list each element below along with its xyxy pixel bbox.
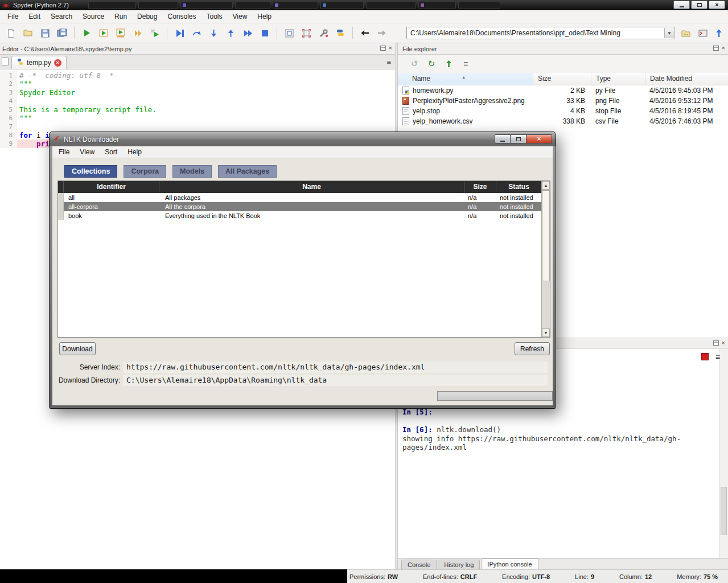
menu-search[interactable]: Search	[46, 11, 77, 22]
column-header-size[interactable]: Size	[464, 181, 496, 193]
next-directory-icon[interactable]: ↻	[426, 59, 437, 69]
step-return-icon[interactable]	[223, 26, 238, 40]
taskbar-window-button[interactable]	[458, 2, 500, 9]
column-header-identifier[interactable]: Identifier	[64, 181, 159, 193]
column-header-status[interactable]: Status	[496, 181, 541, 193]
python-path-icon[interactable]	[333, 26, 348, 40]
dialog-menu-file[interactable]: File	[54, 148, 75, 156]
menu-file[interactable]: File	[2, 11, 23, 22]
column-header-size[interactable]: Size	[533, 73, 591, 85]
package-row[interactable]: bookEverything used in the NLTK Bookn/an…	[58, 211, 541, 220]
previous-directory-icon[interactable]: ↺	[409, 59, 419, 69]
menu-view[interactable]: View	[228, 11, 253, 22]
debug-icon[interactable]	[172, 26, 187, 40]
console-scrollbar[interactable]	[719, 349, 728, 558]
set-console-directory-icon[interactable]	[696, 26, 710, 41]
run-icon[interactable]	[79, 26, 94, 40]
console-tab-history-log[interactable]: History log	[438, 560, 480, 569]
step-into-icon[interactable]	[206, 26, 221, 40]
editor-tab-temp-py[interactable]: temp.py ×	[11, 56, 67, 69]
taskbar-window-button[interactable]	[418, 2, 456, 9]
file-row[interactable]: PerplexityPlotFasterAggressive2.png33 KB…	[398, 96, 728, 106]
dialog-menu-view[interactable]: View	[75, 148, 100, 156]
dialog-menu-help[interactable]: Help	[122, 148, 147, 156]
menu-run[interactable]: Run	[109, 11, 132, 22]
menu-help[interactable]: Help	[252, 11, 277, 22]
dialog-tab-collections[interactable]: Collections	[64, 165, 117, 178]
close-button[interactable]: ×	[709, 1, 725, 9]
open-file-icon[interactable]	[20, 26, 35, 40]
dialog-tab-models[interactable]: Models	[172, 165, 212, 178]
browse-directory-icon[interactable]	[678, 26, 693, 41]
download-directory-field[interactable]: C:\Users\Alemaire18\AppData\Roaming\nltk…	[123, 375, 548, 386]
browse-tabs-icon[interactable]: ≡	[386, 58, 391, 67]
column-header-name[interactable]: Name ▴	[398, 73, 533, 85]
refresh-button[interactable]: Refresh	[515, 342, 550, 355]
menu-debug[interactable]: Debug	[132, 11, 162, 22]
menu-tools[interactable]: Tools	[201, 11, 228, 22]
file-row[interactable]: yelp_homework.csv338 KBcsv File4/5/2016 …	[398, 116, 728, 126]
interrupt-kernel-icon[interactable]	[701, 353, 709, 360]
scroll-down-icon[interactable]: ▼	[542, 329, 550, 337]
minimize-button[interactable]	[673, 1, 690, 9]
console-tab-console[interactable]: Console	[401, 560, 437, 569]
dialog-close-button[interactable]: ×	[527, 134, 552, 143]
maximize-button[interactable]	[691, 1, 708, 9]
stop-debug-icon[interactable]	[257, 26, 272, 40]
download-button[interactable]: Download	[59, 342, 96, 355]
nav-back-icon[interactable]	[357, 26, 372, 40]
scrollbar-thumb[interactable]	[721, 487, 727, 535]
undock-pane-icon[interactable]	[380, 46, 386, 51]
package-row[interactable]: allAll packagesn/anot installed	[58, 193, 541, 202]
run-cell-advance-icon[interactable]	[113, 26, 128, 40]
menu-consoles[interactable]: Consoles	[162, 11, 201, 22]
save-all-icon[interactable]	[55, 26, 69, 40]
new-file-icon[interactable]	[3, 26, 18, 40]
dialog-menu-sort[interactable]: Sort	[100, 148, 122, 156]
dialog-scrollbar[interactable]: ▲ ▼	[541, 181, 550, 337]
file-row[interactable]: homework.py2 KBpy File4/5/2016 9:45:03 P…	[398, 85, 728, 96]
package-row[interactable]: all-corporaAll the corporan/anot install…	[58, 202, 541, 211]
menu-edit[interactable]: Edit	[23, 11, 46, 22]
undock-pane-icon[interactable]	[713, 46, 719, 51]
taskbar-window-button[interactable]	[180, 2, 233, 9]
console-options-icon[interactable]: ≡	[715, 354, 720, 360]
save-icon[interactable]	[38, 26, 52, 40]
console-tab-ipython-console[interactable]: IPython console	[481, 559, 538, 569]
taskbar-window-button[interactable]	[138, 2, 178, 9]
tab-close-icon[interactable]: ×	[54, 59, 61, 67]
dialog-tab-corpora[interactable]: Corpora	[124, 165, 166, 178]
close-pane-icon[interactable]: ×	[389, 46, 392, 51]
continue-icon[interactable]	[240, 26, 255, 40]
dialog-titlebar[interactable]: NLTK Downloader ×	[50, 132, 556, 146]
column-header-name[interactable]: Name	[159, 181, 464, 193]
scrollbar-thumb[interactable]	[542, 190, 550, 281]
close-pane-icon[interactable]: ×	[722, 340, 725, 346]
undock-pane-icon[interactable]	[713, 340, 719, 346]
nav-forward-icon[interactable]	[375, 26, 389, 40]
maximize-pane-icon[interactable]	[282, 26, 297, 40]
split-editor-icon[interactable]	[2, 58, 9, 65]
dialog-maximize-button[interactable]	[511, 134, 527, 143]
working-directory-combo[interactable]: C:\Users\Alemaire18\Documents\Presentati…	[406, 27, 675, 39]
column-header-type[interactable]: Type	[591, 73, 645, 85]
preferences-icon[interactable]	[316, 26, 331, 40]
combo-dropdown-icon[interactable]: ▼	[664, 28, 674, 38]
parent-directory-icon[interactable]	[711, 26, 726, 41]
close-pane-icon[interactable]: ×	[722, 46, 725, 51]
fullscreen-icon[interactable]	[299, 26, 314, 40]
taskbar-window-button[interactable]	[235, 2, 270, 9]
server-index-field[interactable]: https://raw.githubusercontent.com/nltk/n…	[123, 362, 548, 373]
taskbar-window-button[interactable]	[88, 2, 136, 9]
scroll-up-icon[interactable]: ▲	[542, 181, 550, 190]
rerun-icon[interactable]	[130, 26, 145, 40]
dialog-tab-all-packages[interactable]: All Packages	[218, 165, 277, 178]
run-cell-icon[interactable]	[96, 26, 111, 40]
step-over-icon[interactable]	[189, 26, 204, 40]
column-header-date-modified[interactable]: Date Modified	[645, 73, 728, 85]
dialog-minimize-button[interactable]	[495, 134, 511, 143]
taskbar-window-button[interactable]	[320, 2, 364, 9]
taskbar-window-button[interactable]	[273, 2, 318, 9]
parent-folder-icon[interactable]	[443, 59, 454, 69]
file-row[interactable]: yelp.stop4 KBstop File4/5/2016 8:19:45 P…	[398, 106, 728, 116]
